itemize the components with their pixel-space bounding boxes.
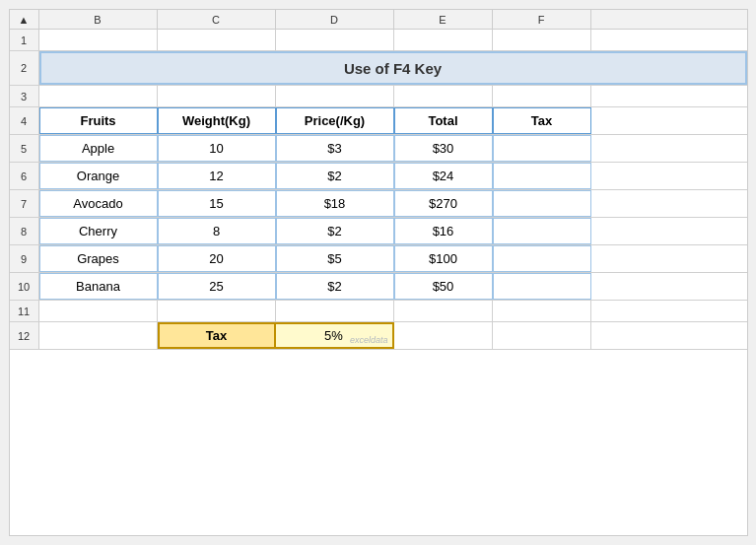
- cell-fruit-6[interactable]: Banana: [39, 273, 158, 300]
- cell-price-1[interactable]: $3: [276, 135, 394, 162]
- cell-f1[interactable]: [493, 30, 591, 50]
- cell-e1[interactable]: [394, 30, 493, 50]
- row-header-2: 2: [10, 51, 39, 85]
- cell-fruit-5[interactable]: Grapes: [39, 245, 158, 272]
- cell-e3[interactable]: [394, 86, 493, 106]
- cell-tax-6[interactable]: [493, 273, 591, 300]
- row-1: 1: [10, 30, 747, 51]
- cell-d11[interactable]: [276, 301, 394, 321]
- cell-b11[interactable]: [39, 301, 158, 321]
- row-6: 6 Orange 12 $2 $24: [10, 163, 747, 190]
- cell-e12[interactable]: [394, 322, 493, 349]
- grid: 1 2 Use of F4 Key 3 4 Fruits Weight(Kg): [10, 30, 747, 350]
- cell-total-6[interactable]: $50: [394, 273, 493, 300]
- cell-fruit-3[interactable]: Avocado: [39, 190, 158, 217]
- cell-total-2[interactable]: $24: [394, 163, 493, 189]
- row-10: 10 Banana 25 $2 $50: [10, 273, 747, 301]
- cell-tax-3[interactable]: [493, 190, 591, 217]
- col-header-c: C: [158, 10, 276, 29]
- row-9: 9 Grapes 20 $5 $100: [10, 245, 747, 273]
- tax-value-cell[interactable]: 5% exceldata: [276, 322, 394, 349]
- cell-c1[interactable]: [158, 30, 276, 50]
- col-header-b: B: [39, 10, 158, 29]
- cell-price-4[interactable]: $2: [276, 218, 394, 244]
- cell-price-2[interactable]: $2: [276, 163, 394, 189]
- cell-fruit-1[interactable]: Apple: [39, 135, 158, 162]
- cell-total-5[interactable]: $100: [394, 245, 493, 272]
- header-fruits: Fruits: [39, 107, 158, 134]
- cell-d1[interactable]: [276, 30, 394, 50]
- col-header-e: E: [394, 10, 493, 29]
- col-header-d: D: [276, 10, 394, 29]
- cell-price-5[interactable]: $5: [276, 245, 394, 272]
- watermark: exceldata: [350, 335, 388, 345]
- cell-price-3[interactable]: $18: [276, 190, 394, 217]
- cell-d3[interactable]: [276, 86, 394, 106]
- row-header-3: 3: [10, 86, 39, 106]
- tax-label-cell[interactable]: Tax: [158, 322, 276, 349]
- cell-total-1[interactable]: $30: [394, 135, 493, 162]
- row-12: 12 Tax 5% exceldata: [10, 322, 747, 350]
- row-5: 5 Apple 10 $3 $30: [10, 135, 747, 163]
- row-8: 8 Cherry 8 $2 $16: [10, 218, 747, 245]
- cell-fruit-4[interactable]: Cherry: [39, 218, 158, 244]
- cell-c11[interactable]: [158, 301, 276, 321]
- cell-b12[interactable]: [39, 322, 158, 349]
- row-11: 11: [10, 301, 747, 322]
- cell-weight-5[interactable]: 20: [158, 245, 276, 272]
- cell-weight-4[interactable]: 8: [158, 218, 276, 244]
- row-header-11: 11: [10, 301, 39, 321]
- title-cell: Use of F4 Key: [39, 51, 747, 85]
- cell-total-3[interactable]: $270: [394, 190, 493, 217]
- header-price: Price(/Kg): [276, 107, 394, 134]
- cell-total-4[interactable]: $16: [394, 218, 493, 244]
- row-header-10: 10: [10, 273, 39, 300]
- cell-tax-1[interactable]: [493, 135, 591, 162]
- cell-fruit-2[interactable]: Orange: [39, 163, 158, 189]
- cell-tax-5[interactable]: [493, 245, 591, 272]
- cell-e11[interactable]: [394, 301, 493, 321]
- col-header-f: F: [493, 10, 591, 29]
- tax-value-text: 5%: [324, 328, 343, 343]
- cell-weight-2[interactable]: 12: [158, 163, 276, 189]
- cell-weight-1[interactable]: 10: [158, 135, 276, 162]
- row-header-5: 5: [10, 135, 39, 162]
- cell-tax-2[interactable]: [493, 163, 591, 189]
- row-2: 2 Use of F4 Key: [10, 51, 747, 86]
- header-total: Total: [394, 107, 493, 134]
- cell-price-6[interactable]: $2: [276, 273, 394, 300]
- cell-b3[interactable]: [39, 86, 158, 106]
- row-header-12: 12: [10, 322, 39, 349]
- row-header-7: 7: [10, 190, 39, 217]
- header-tax: Tax: [493, 107, 591, 134]
- cell-weight-6[interactable]: 25: [158, 273, 276, 300]
- cell-c3[interactable]: [158, 86, 276, 106]
- cell-f12[interactable]: [493, 322, 591, 349]
- row-header-9: 9: [10, 245, 39, 272]
- row-7: 7 Avocado 15 $18 $270: [10, 190, 747, 218]
- row-4: 4 Fruits Weight(Kg) Price(/Kg) Total Tax: [10, 107, 747, 135]
- cell-tax-4[interactable]: [493, 218, 591, 244]
- row-3: 3: [10, 86, 747, 107]
- row-header-8: 8: [10, 218, 39, 244]
- row-header-1: 1: [10, 30, 39, 50]
- row-header-6: 6: [10, 163, 39, 189]
- column-headers: ▲ B C D E F: [10, 10, 747, 30]
- cell-f11[interactable]: [493, 301, 591, 321]
- cell-b1[interactable]: [39, 30, 158, 50]
- cell-f3[interactable]: [493, 86, 591, 106]
- row-header-4: 4: [10, 107, 39, 134]
- cell-weight-3[interactable]: 15: [158, 190, 276, 217]
- spreadsheet: ▲ B C D E F 1 2 Use of F4 Key 3: [9, 9, 748, 536]
- corner-cell: ▲: [10, 10, 39, 29]
- header-weight: Weight(Kg): [158, 107, 276, 134]
